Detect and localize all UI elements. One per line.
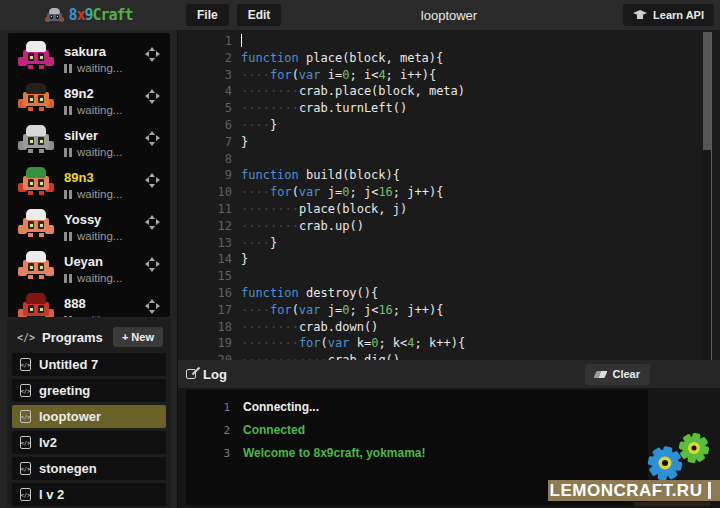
crab-avatar bbox=[18, 83, 54, 111]
program-label: lv2 bbox=[39, 435, 57, 450]
move-icon[interactable] bbox=[145, 89, 160, 104]
move-icon[interactable] bbox=[145, 47, 160, 62]
code-line: 5········crab.turnLeft() bbox=[178, 100, 720, 117]
app-logo: 8x9Craft bbox=[0, 0, 178, 30]
player-status: waiting... bbox=[64, 230, 122, 242]
sidebar: sakura waiting... 89n2 waiting... silver bbox=[0, 30, 178, 508]
crab-avatar bbox=[18, 293, 54, 317]
log-body: 1Connecting... 2Connected 3Welcome to 8x… bbox=[186, 390, 648, 505]
programs-header: </> Programs + New bbox=[12, 324, 166, 350]
player-status: waiting... bbox=[64, 314, 122, 317]
move-icon[interactable] bbox=[145, 131, 160, 146]
player-status: waiting... bbox=[64, 272, 122, 284]
program-label: greeting bbox=[39, 383, 90, 398]
code-line: 4········crab.place(block, meta) bbox=[178, 83, 720, 100]
code-line: 10····for(var j=0; j<16; j++){ bbox=[178, 184, 720, 201]
pause-icon bbox=[64, 232, 72, 241]
code-line: 20············crab.dig() bbox=[178, 352, 720, 360]
move-icon[interactable] bbox=[145, 173, 160, 188]
players-panel: sakura waiting... 89n2 waiting... silver bbox=[8, 33, 170, 317]
code-line: 16function destroy(){ bbox=[178, 285, 720, 302]
editor-scrollbar[interactable] bbox=[703, 32, 712, 360]
menu-file-button[interactable]: File bbox=[186, 4, 229, 26]
program-label: stonegen bbox=[39, 461, 97, 476]
log-entry: 3Welcome to 8x9craft, yokmama! bbox=[186, 442, 648, 465]
log-title: Log bbox=[203, 367, 585, 382]
code-line: 13····} bbox=[178, 235, 720, 252]
crab-avatar bbox=[18, 251, 54, 279]
code-lines: 12function place(block, meta){3····for(v… bbox=[178, 30, 720, 360]
player-status: waiting... bbox=[64, 188, 122, 200]
brand-text: 8x9Craft bbox=[68, 6, 132, 24]
file-icon bbox=[20, 462, 31, 475]
write-icon bbox=[186, 369, 196, 379]
player-name: 888 bbox=[64, 296, 86, 311]
program-label: Untitled 7 bbox=[39, 357, 98, 372]
pause-icon bbox=[64, 316, 72, 318]
move-icon[interactable] bbox=[145, 257, 160, 272]
player-row[interactable]: sakura waiting... bbox=[8, 39, 170, 81]
player-name: 89n2 bbox=[64, 86, 94, 101]
player-row[interactable]: Yossy waiting... bbox=[8, 207, 170, 249]
code-line: 14} bbox=[178, 251, 720, 268]
program-item[interactable]: lv2 bbox=[12, 431, 166, 454]
eraser-icon bbox=[594, 371, 608, 378]
code-line: 19········for(var k=0; k<4; k++){ bbox=[178, 335, 720, 352]
move-icon[interactable] bbox=[145, 215, 160, 230]
code-line: 11········place(block, j) bbox=[178, 201, 720, 218]
player-name: 89n3 bbox=[64, 170, 94, 185]
pause-icon bbox=[64, 190, 72, 199]
player-row[interactable]: silver waiting... bbox=[8, 123, 170, 165]
code-line: 12········crab.up() bbox=[178, 218, 720, 235]
clear-log-button[interactable]: Clear bbox=[585, 364, 650, 385]
code-line: 15 bbox=[178, 268, 720, 285]
crab-avatar bbox=[18, 41, 54, 69]
learn-api-button[interactable]: Learn API bbox=[623, 4, 714, 26]
program-item[interactable]: greeting bbox=[12, 379, 166, 402]
program-item[interactable]: stonegen bbox=[12, 457, 166, 480]
code-editor[interactable]: 12function place(block, meta){3····for(v… bbox=[178, 30, 720, 360]
pause-icon bbox=[64, 64, 72, 73]
player-status: waiting... bbox=[64, 104, 122, 116]
crab-avatar bbox=[18, 125, 54, 153]
move-icon[interactable] bbox=[145, 299, 160, 314]
pause-icon bbox=[64, 148, 72, 157]
program-item[interactable]: Untitled 7 bbox=[12, 353, 166, 376]
player-row[interactable]: Ueyan waiting... bbox=[8, 249, 170, 291]
log-panel: Log Clear 1Connecting... 2Connected 3Wel… bbox=[178, 360, 720, 508]
code-line: 9function build(block){ bbox=[178, 167, 720, 184]
menu-edit-button[interactable]: Edit bbox=[237, 4, 282, 26]
player-name: Ueyan bbox=[64, 254, 103, 269]
program-item-selected[interactable]: looptower bbox=[12, 405, 166, 428]
program-item[interactable]: l v 2 bbox=[12, 483, 166, 506]
player-row[interactable]: 89n3 waiting... bbox=[8, 165, 170, 207]
code-line: 6····} bbox=[178, 117, 720, 134]
programs-title: Programs bbox=[42, 330, 113, 345]
player-status: waiting... bbox=[64, 62, 122, 74]
log-entry: 2Connected bbox=[186, 419, 648, 442]
code-line: 7} bbox=[178, 134, 720, 151]
pause-icon bbox=[64, 106, 72, 115]
file-icon bbox=[20, 410, 31, 423]
player-name: Yossy bbox=[64, 212, 101, 227]
code-line: 3····for(var i=0; i<4; i++){ bbox=[178, 67, 720, 84]
code-icon: </> bbox=[17, 332, 35, 343]
crab-logo-icon bbox=[45, 8, 64, 23]
file-icon bbox=[20, 358, 31, 371]
file-icon bbox=[20, 384, 31, 397]
code-line: 18········crab.down() bbox=[178, 319, 720, 336]
log-header: Log Clear bbox=[178, 360, 720, 388]
player-name: sakura bbox=[64, 44, 106, 59]
code-line: 2function place(block, meta){ bbox=[178, 50, 720, 67]
program-label: l v 2 bbox=[39, 487, 64, 502]
crab-avatar bbox=[18, 167, 54, 195]
player-row[interactable]: 888 waiting... bbox=[8, 291, 170, 317]
file-icon bbox=[20, 488, 31, 501]
log-entry: 1Connecting... bbox=[186, 396, 648, 419]
scrollbar-thumb[interactable] bbox=[703, 32, 711, 150]
code-line: 8 bbox=[178, 151, 720, 168]
code-line: 1 bbox=[178, 33, 720, 50]
new-program-button[interactable]: + New bbox=[113, 327, 163, 347]
file-icon bbox=[20, 436, 31, 449]
player-row[interactable]: 89n2 waiting... bbox=[8, 81, 170, 123]
